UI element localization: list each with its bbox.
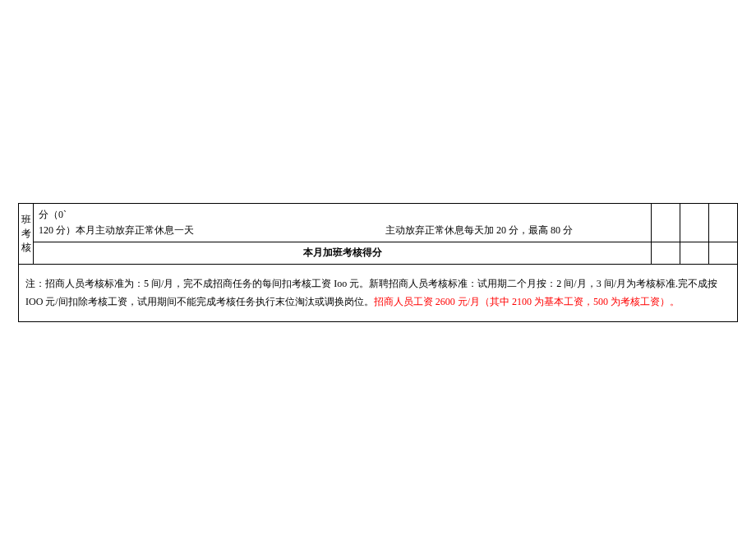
score-range-line: 分（0`	[39, 209, 67, 220]
rule-part1: 120 分）本月主动放弃正常休息一天	[39, 224, 194, 236]
subtotal-cell-1	[652, 242, 680, 264]
subtotal-cell-2	[680, 242, 709, 264]
score-cell-3	[709, 204, 738, 242]
rule-part2: 主动放弃正常休息每天加 20 分，最高 80 分	[385, 223, 573, 238]
overtime-content: 分（0` 120 分）本月主动放弃正常休息一天 主动放弃正常休息每天加 20 分…	[34, 204, 652, 242]
overtime-subtotal-label: 本月加班考核得分	[34, 242, 652, 264]
score-cell-2	[680, 204, 709, 242]
assessment-table-fragment: 班考核 分（0` 120 分）本月主动放弃正常休息一天 主动放弃正常休息每天加 …	[18, 203, 738, 322]
overtime-subtotal-row: 本月加班考核得分	[19, 242, 738, 264]
note-highlight: 招商人员工资 2600 元/月（其中 2100 为基本工资，500 为考核工资）…	[374, 296, 680, 307]
note-row: 注：招商人员考核标准为：5 间/月，完不成招商任务的每间扣考核工资 Ioo 元。…	[19, 264, 738, 322]
assessment-table: 班考核 分（0` 120 分）本月主动放弃正常休息一天 主动放弃正常休息每天加 …	[18, 203, 738, 322]
subtotal-cell-3	[709, 242, 738, 264]
overtime-row: 班考核 分（0` 120 分）本月主动放弃正常休息一天 主动放弃正常休息每天加 …	[19, 204, 738, 242]
score-cell-1	[652, 204, 680, 242]
row-header-overtime: 班考核	[19, 204, 34, 265]
note-cell: 注：招商人员考核标准为：5 间/月，完不成招商任务的每间扣考核工资 Ioo 元。…	[19, 264, 738, 322]
